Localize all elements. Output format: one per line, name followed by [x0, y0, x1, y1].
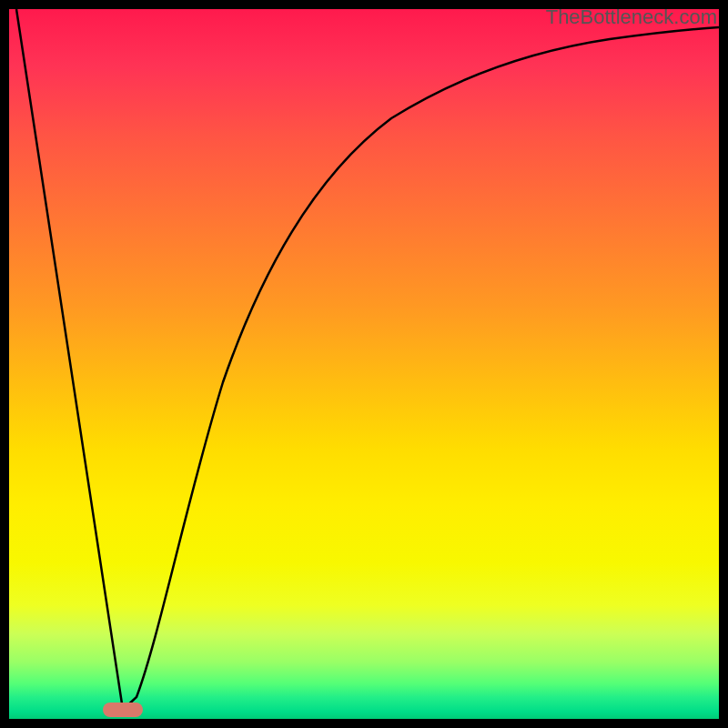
plot-gradient-background: [9, 9, 719, 719]
curve-svg: [9, 9, 719, 719]
optimal-point-marker: [103, 703, 143, 717]
bottleneck-curve-path: [16, 9, 719, 710]
watermark-text: TheBottleneck.com: [546, 5, 717, 29]
